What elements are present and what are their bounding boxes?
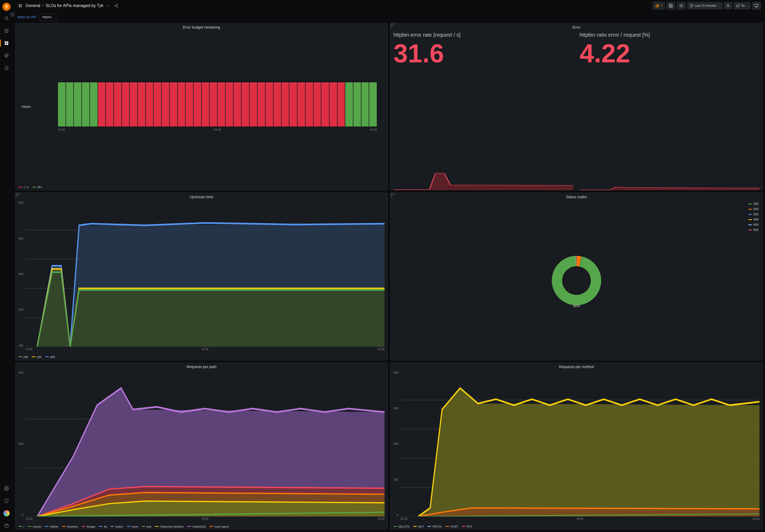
- error-budget-bar[interactable]: [178, 82, 185, 127]
- breadcrumb-folder[interactable]: General: [25, 3, 40, 8]
- error-budget-bar[interactable]: [250, 82, 257, 127]
- legend-item[interactable]: /patch: [111, 525, 123, 528]
- grafana-logo[interactable]: [2, 3, 11, 11]
- sidebar-expand-button[interactable]: ›: [10, 12, 15, 17]
- error-budget-bar[interactable]: [66, 82, 74, 127]
- legend-item[interactable]: p95: [32, 355, 41, 359]
- legend-item[interactable]: DELETE: [393, 525, 409, 528]
- error-budget-bar[interactable]: [74, 82, 81, 127]
- error-budget-bar[interactable]: [266, 82, 273, 127]
- legend-item[interactable]: 503: [748, 212, 758, 216]
- error-budget-bar[interactable]: [306, 82, 313, 127]
- save-button[interactable]: [666, 2, 675, 10]
- legend-item[interactable]: /delete: [45, 525, 58, 528]
- error-budget-bar[interactable]: [258, 82, 265, 127]
- settings-icon[interactable]: [2, 484, 11, 493]
- error-budget-bar[interactable]: [362, 82, 369, 127]
- error-budget-bar[interactable]: [218, 82, 225, 127]
- legend-item[interactable]: < -∞: [18, 185, 29, 188]
- error-budget-bar[interactable]: [90, 82, 98, 127]
- error-budget-bar[interactable]: [242, 82, 249, 127]
- explore-icon[interactable]: [2, 51, 11, 60]
- error-budget-bar[interactable]: [274, 82, 281, 127]
- error-budget-bar[interactable]: [82, 82, 89, 127]
- zoom-out-button[interactable]: [724, 2, 732, 9]
- error-budget-bar[interactable]: [130, 82, 137, 127]
- error-budget-bar[interactable]: [146, 82, 153, 127]
- legend-item[interactable]: PATCH: [427, 525, 442, 528]
- time-range-picker[interactable]: Last 15 minutes⌵: [687, 2, 723, 9]
- legend-item[interactable]: /: [18, 525, 24, 528]
- legend-item[interactable]: /status/{id}: [188, 525, 206, 528]
- breadcrumb-dashboard[interactable]: SLOs for APIs managed by Tyk: [46, 3, 103, 8]
- error-budget-bar[interactable]: [58, 82, 66, 127]
- alerting-icon[interactable]: [2, 63, 11, 73]
- legend-item[interactable]: 400: [748, 218, 758, 221]
- legend-item[interactable]: p90: [18, 355, 28, 359]
- legend-item[interactable]: /headers: [62, 525, 78, 528]
- legend-item[interactable]: /ip: [99, 525, 107, 528]
- svg-rect-21: [655, 6, 656, 7]
- error-budget-bar[interactable]: [338, 82, 345, 127]
- legend-item[interactable]: 500: [748, 207, 758, 211]
- error-budget-bar[interactable]: [322, 82, 329, 127]
- dashboards-icon[interactable]: [2, 38, 11, 48]
- error-budget-bar[interactable]: [122, 82, 130, 127]
- legend-item[interactable]: 95+: [33, 185, 42, 188]
- legend-item[interactable]: /image: [82, 525, 95, 528]
- error-budget-bar[interactable]: [282, 82, 289, 127]
- legend-item[interactable]: /cache: [28, 525, 41, 528]
- error-budget-bar[interactable]: [98, 82, 106, 127]
- admin-icon[interactable]: [2, 496, 11, 505]
- api-select[interactable]: httpbin⌵: [39, 14, 57, 21]
- star-icon[interactable]: [2, 26, 11, 35]
- panel-title: Error budget remaining: [15, 23, 388, 31]
- error-budget-bars[interactable]: [37, 82, 384, 127]
- error-budget-bar[interactable]: [330, 82, 337, 127]
- legend-item[interactable]: /post: [127, 525, 138, 528]
- share-icon[interactable]: [113, 3, 119, 9]
- error-budget-bar[interactable]: [234, 82, 241, 127]
- panel-grid-icon[interactable]: [17, 3, 23, 9]
- tv-mode-button[interactable]: [752, 2, 761, 10]
- add-panel-button[interactable]: +: [653, 2, 665, 10]
- error-budget-bar[interactable]: [369, 82, 377, 127]
- error-budget-bar[interactable]: [354, 82, 361, 127]
- error-budget-bar[interactable]: [210, 82, 217, 127]
- settings-button[interactable]: [677, 2, 686, 10]
- upstream-chart[interactable]: [25, 201, 384, 347]
- error-budget-bar[interactable]: [226, 82, 233, 127]
- error-budget-bar[interactable]: [345, 82, 353, 127]
- error-budget-bar[interactable]: [106, 82, 113, 127]
- star-icon[interactable]: ☆: [105, 2, 111, 9]
- legend-item[interactable]: /put: [142, 525, 151, 528]
- error-budget-bar[interactable]: [138, 82, 145, 127]
- error-budget-bar[interactable]: [162, 82, 169, 127]
- legend-item[interactable]: /user-agent: [209, 525, 229, 528]
- legend-item[interactable]: /response-headers: [155, 525, 184, 528]
- legend-item[interactable]: p99: [45, 355, 55, 359]
- legend-item[interactable]: 502: [748, 228, 758, 232]
- svg-point-18: [117, 7, 118, 8]
- error-budget-bar[interactable]: [170, 82, 177, 127]
- legend-item[interactable]: POST: [445, 525, 458, 528]
- legend-item[interactable]: GET: [413, 525, 424, 528]
- user-avatar[interactable]: [2, 509, 11, 518]
- error-rate-label: httpbin error rate [request / s]: [393, 31, 573, 38]
- refresh-button[interactable]: 5s⌵: [734, 2, 750, 9]
- legend-item[interactable]: 200: [748, 202, 758, 206]
- error-budget-bar[interactable]: [298, 82, 305, 127]
- status-donut-chart[interactable]: 96%: [550, 255, 602, 307]
- error-budget-bar[interactable]: [154, 82, 161, 127]
- error-budget-bar[interactable]: [202, 82, 209, 127]
- error-budget-bar[interactable]: [290, 82, 297, 127]
- error-budget-bar[interactable]: [314, 82, 321, 127]
- error-budget-bar[interactable]: [186, 82, 193, 127]
- req-path-chart[interactable]: [25, 371, 384, 517]
- legend-item[interactable]: PUT: [462, 525, 472, 528]
- error-budget-bar[interactable]: [194, 82, 201, 127]
- help-icon[interactable]: [2, 521, 11, 530]
- req-method-chart[interactable]: [400, 371, 760, 517]
- error-budget-bar[interactable]: [114, 82, 121, 127]
- legend-item[interactable]: 404: [748, 223, 758, 226]
